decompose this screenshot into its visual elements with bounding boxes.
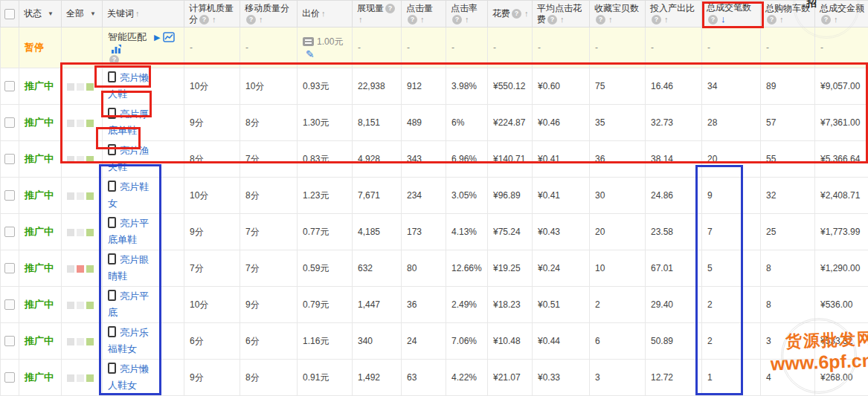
keyword-link[interactable]: 亮片平底	[108, 288, 155, 321]
col-header-status[interactable]: 状态▼	[19, 1, 62, 27]
help-icon[interactable]: ?	[652, 15, 661, 25]
amount-value: ¥7,361.00	[820, 117, 860, 128]
select-all-checkbox[interactable]	[4, 9, 15, 19]
play-icon[interactable]: ▶	[154, 33, 160, 42]
keyword-cell: 亮片眼睛鞋	[103, 250, 184, 287]
row-checkbox[interactable]	[4, 263, 15, 273]
help-icon[interactable]: ?	[408, 15, 417, 25]
col-header-total-carts[interactable]: 总购物车数?↑	[761, 1, 815, 27]
keyword-row: 推广中亮片乐福鞋女6分6分1.16元340247.06%¥10.48¥0.446…	[1, 323, 868, 360]
col-header-favorites[interactable]: 收藏宝贝数?↑	[590, 1, 646, 27]
ctr-cell: 4.13%	[446, 214, 488, 250]
sort-asc-icon[interactable]: ↑	[560, 15, 565, 24]
sort-asc-icon[interactable]: ↑	[259, 15, 263, 24]
bid-value: 0.91元	[303, 372, 329, 383]
amount-cell: ¥268.00	[815, 360, 868, 396]
match-indicator-square-green	[86, 265, 94, 273]
row-checkbox[interactable]	[4, 227, 15, 237]
help-icon[interactable]: ?	[821, 15, 831, 25]
dropdown-icon[interactable]: ▼	[48, 10, 54, 17]
sort-asc-icon[interactable]: ↑	[321, 9, 326, 18]
keyword-link[interactable]: 亮片眼睛鞋	[108, 252, 155, 285]
col-header-impressions[interactable]: 展现量?↑	[353, 1, 402, 27]
col-header-clicks[interactable]: 点击量?↑	[402, 1, 446, 27]
sort-asc-icon[interactable]: ↑	[212, 15, 216, 24]
sort-desc-icon[interactable]: ↓	[721, 13, 726, 25]
mobile-phone-icon	[108, 253, 116, 264]
roi-value: 50.89	[651, 336, 673, 346]
bid-value[interactable]: 1.00元	[317, 36, 343, 47]
row-checkbox[interactable]	[4, 336, 15, 346]
bid-value: 1.23元	[303, 190, 329, 201]
deals-cell: 2	[702, 287, 761, 323]
row-checkbox[interactable]	[4, 190, 15, 201]
deals-cell: 9	[702, 178, 761, 214]
sort-asc-icon[interactable]: ↑	[834, 15, 838, 24]
sort-asc-icon[interactable]: ↑	[420, 15, 425, 24]
help-icon[interactable]: ?	[109, 55, 119, 65]
help-icon[interactable]: ?	[452, 15, 462, 25]
col-header-pc-quality[interactable]: 计算机质量分?↑	[184, 1, 240, 27]
help-icon[interactable]: ?	[708, 15, 718, 25]
help-icon[interactable]: ?	[767, 15, 777, 25]
help-icon[interactable]: ?	[547, 15, 557, 25]
help-icon[interactable]: ?	[246, 15, 256, 25]
keyword-link[interactable]: 亮片厚底单鞋	[108, 106, 155, 139]
keyword-report-page: 状态▼全部▼关键词↑计算机质量分?↑移动质量分?↑出价↑展现量?↑点击量?↑点击…	[0, 0, 868, 396]
help-icon[interactable]: ?	[512, 9, 521, 19]
col-label: 出价	[302, 8, 320, 19]
amount-cell: ¥2,408.71	[815, 178, 868, 214]
match-indicator-square-lightgray	[77, 120, 84, 127]
pc-cell: 9分	[184, 105, 240, 141]
deals-cell: 34	[702, 68, 761, 105]
col-header-keyword[interactable]: 关键词↑	[103, 1, 184, 27]
bid-cell: 1.16元	[298, 323, 353, 360]
col-header-total-deals[interactable]: 总成交笔数?↓	[702, 1, 761, 27]
dropdown-icon[interactable]: ▼	[90, 10, 96, 17]
bar-chart-icon[interactable]	[111, 44, 122, 54]
col-header-roi[interactable]: 投入产出比?↑	[646, 1, 702, 27]
match-indicator-square-red	[77, 265, 84, 273]
row-select-cell	[1, 250, 19, 287]
col-header-bid[interactable]: 出价↑	[298, 1, 353, 27]
cost-cell: ¥10.48	[488, 323, 533, 360]
line-chart-icon[interactable]	[163, 32, 175, 42]
col-header-match-filter[interactable]: 全部▼	[62, 1, 103, 27]
help-icon[interactable]: ?	[385, 4, 395, 13]
row-checkbox[interactable]	[4, 299, 15, 310]
keyword-link[interactable]: 亮片平底单鞋	[108, 215, 155, 248]
match-indicator-square-green	[86, 374, 94, 382]
bid-cell: 1.00元✎	[298, 27, 353, 68]
sort-asc-icon[interactable]: ↑	[465, 15, 469, 24]
row-checkbox[interactable]	[4, 81, 15, 91]
col-header-avg-click-cost[interactable]: 平均点击花费?↑	[533, 1, 590, 27]
sort-asc-icon[interactable]: ↑	[135, 9, 140, 18]
help-icon[interactable]: ?	[199, 15, 209, 25]
mobile-value: 8分	[245, 372, 260, 383]
keyword-link[interactable]: 亮片懒人鞋女	[108, 361, 155, 394]
keyword-cell: 亮片鞋女	[103, 178, 184, 214]
ctr-value: 6.96%	[451, 154, 477, 164]
sort-asc-icon[interactable]: ↑	[608, 15, 613, 24]
row-checkbox[interactable]	[4, 154, 15, 164]
row-checkbox[interactable]	[4, 372, 15, 383]
col-header-mobile-quality[interactable]: 移动质量分?↑	[240, 1, 298, 27]
clicks-value: 36	[407, 299, 417, 310]
edit-pencil-icon[interactable]: ✎	[306, 48, 315, 60]
sort-asc-icon[interactable]: ↑	[779, 15, 784, 24]
row-checkbox[interactable]	[4, 117, 15, 128]
keyword-link[interactable]: 亮片鞋女	[108, 179, 155, 212]
keyword-link[interactable]: 亮片渔夫鞋	[108, 143, 155, 175]
fav-cell: 30	[590, 178, 646, 214]
col-header-cost[interactable]: 花费?↑	[488, 1, 533, 27]
keyword-link[interactable]: 亮片懒人鞋	[108, 70, 155, 103]
sort-asc-icon[interactable]: ↑	[664, 15, 669, 24]
sort-asc-icon[interactable]: ↑	[524, 9, 529, 18]
help-icon[interactable]: ?	[596, 15, 605, 25]
sort-asc-icon[interactable]: ↑	[359, 15, 363, 24]
ctr-value: 2.49%	[451, 299, 477, 310]
keyword-link[interactable]: 亮片乐福鞋女	[108, 325, 155, 357]
col-header-total-amount[interactable]: 总成交金额?↑	[815, 1, 868, 27]
amount-cell: ¥9,057.00	[815, 68, 868, 105]
col-header-ctr[interactable]: 点击率?↑	[446, 1, 488, 27]
